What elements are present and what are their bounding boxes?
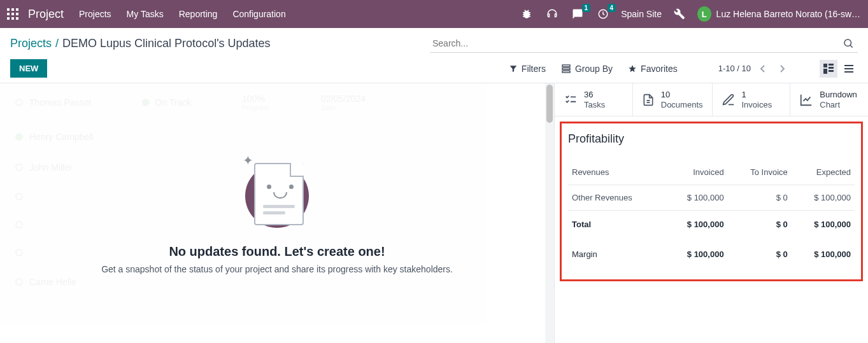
scrollbar[interactable] <box>545 83 554 343</box>
stat-tasks-label: Tasks <box>584 100 605 110</box>
invoices-icon <box>722 93 736 107</box>
profitability-table: Revenues Invoiced To Invoice Expected Ot… <box>568 160 855 267</box>
empty-subtitle: Get a snapshot of the status of your pro… <box>101 264 453 274</box>
search-bar[interactable] <box>430 34 858 53</box>
svg-rect-14 <box>823 64 827 67</box>
svg-rect-18 <box>829 70 834 72</box>
svg-rect-2 <box>16 8 18 11</box>
nav-my-tasks[interactable]: My Tasks <box>127 9 164 19</box>
search-input[interactable] <box>430 34 839 52</box>
nav-projects[interactable]: Projects <box>79 9 111 19</box>
svg-rect-17 <box>823 69 827 74</box>
documents-icon <box>642 93 655 107</box>
bug-icon[interactable] <box>519 6 534 22</box>
tools-icon[interactable] <box>672 6 687 22</box>
view-kanban[interactable] <box>820 60 837 78</box>
row-margin: Margin $ 100,000 $ 0 $ 100,000 <box>568 242 855 267</box>
group-by-label: Group By <box>575 64 613 74</box>
nav-reporting[interactable]: Reporting <box>179 9 218 19</box>
updates-pane: Thomas Passot On Track 100%Progress 02/0… <box>0 83 555 343</box>
search-icon[interactable] <box>839 38 858 49</box>
col-invoiced: Invoiced <box>664 160 727 185</box>
activity-icon[interactable]: 4 <box>595 6 611 22</box>
support-icon[interactable] <box>544 6 560 22</box>
site-switcher[interactable]: Spain Site <box>621 9 662 19</box>
row-other-revenues[interactable]: Other Revenues $ 100,000 $ 0 $ 100,000 <box>568 185 855 211</box>
empty-title: No updates found. Let's create one! <box>169 244 385 259</box>
pager-prev[interactable] <box>756 62 770 76</box>
row-total: Total $ 100,000 $ 0 $ 100,000 <box>568 211 855 242</box>
svg-rect-6 <box>7 17 10 20</box>
pager: 1-10 / 10 <box>718 62 789 76</box>
view-switcher <box>820 60 858 78</box>
svg-rect-3 <box>7 13 10 15</box>
apps-icon[interactable] <box>5 6 20 22</box>
username: Luz Helena Barreto Norato (16-sweet-b... <box>716 9 863 19</box>
svg-rect-4 <box>11 13 14 15</box>
action-row: NEW Filters Group By Favorites 1-10 / 10 <box>0 53 868 83</box>
stat-burn-label: Chart <box>820 100 857 110</box>
activity-badge: 4 <box>608 4 616 12</box>
stat-inv-num: 1 <box>742 90 772 100</box>
nav-links: Projects My Tasks Reporting Configuratio… <box>79 9 286 19</box>
breadcrumb-sep: / <box>55 37 59 50</box>
empty-state: ✦ No updates found. Let's create one! Ge… <box>0 83 554 343</box>
svg-rect-12 <box>562 67 570 69</box>
stat-documents[interactable]: 10Documents <box>633 83 713 116</box>
group-by-button[interactable]: Group By <box>561 64 613 74</box>
empty-illustration-icon: ✦ <box>239 157 315 233</box>
nav-configuration[interactable]: Configuration <box>232 9 285 19</box>
stat-boxes: 36Tasks 10Documents 1Invoices BurndownCh… <box>555 83 868 116</box>
stat-invoices[interactable]: 1Invoices <box>713 83 791 116</box>
svg-rect-15 <box>829 64 834 66</box>
pager-text: 1-10 / 10 <box>718 64 751 73</box>
header-row: Projects / DEMO Lupus Clinical Protocol'… <box>0 28 868 53</box>
breadcrumb: Projects / DEMO Lupus Clinical Protocol'… <box>10 37 271 50</box>
main-content: Thomas Passot On Track 100%Progress 02/0… <box>0 83 868 343</box>
svg-rect-7 <box>11 17 14 20</box>
profitability-panel: Profitability Revenues Invoiced To Invoi… <box>560 122 863 281</box>
svg-rect-16 <box>829 67 834 69</box>
stat-burndown[interactable]: BurndownChart <box>790 83 868 116</box>
top-navbar: Project Projects My Tasks Reporting Conf… <box>0 0 868 28</box>
svg-rect-5 <box>16 13 18 15</box>
col-revenues: Revenues <box>568 160 664 185</box>
avatar: L <box>697 6 711 22</box>
svg-point-10 <box>844 39 851 46</box>
filters-button[interactable]: Filters <box>509 64 546 74</box>
view-list[interactable] <box>840 60 858 78</box>
messaging-icon[interactable]: 1 <box>570 6 585 22</box>
breadcrumb-current: DEMO Lupus Clinical Protocol's Updates <box>62 37 271 50</box>
svg-rect-11 <box>562 65 570 67</box>
profitability-title: Profitability <box>568 132 855 146</box>
col-to-invoice: To Invoice <box>728 160 792 185</box>
stat-docs-num: 10 <box>661 90 703 100</box>
stat-tasks-num: 36 <box>584 90 605 100</box>
favorites-label: Favorites <box>641 64 678 74</box>
favorites-button[interactable]: Favorites <box>628 64 678 74</box>
svg-rect-1 <box>11 8 14 11</box>
tasks-icon <box>564 93 578 107</box>
stat-docs-label: Documents <box>661 100 703 110</box>
messaging-badge: 1 <box>582 4 591 12</box>
topbar-right: 1 4 Spain Site L Luz Helena Barreto Nora… <box>519 6 863 22</box>
breadcrumb-root[interactable]: Projects <box>10 37 52 50</box>
app-name[interactable]: Project <box>28 8 64 21</box>
col-expected: Expected <box>792 160 855 185</box>
svg-rect-0 <box>7 8 10 11</box>
stat-tasks[interactable]: 36Tasks <box>555 83 633 116</box>
pager-next[interactable] <box>775 62 789 76</box>
user-menu[interactable]: L Luz Helena Barreto Norato (16-sweet-b.… <box>697 6 863 22</box>
stat-inv-label: Invoices <box>742 100 772 110</box>
side-panel: 36Tasks 10Documents 1Invoices BurndownCh… <box>555 83 868 343</box>
filter-bar: Filters Group By Favorites 1-10 / 10 <box>509 60 858 78</box>
filters-label: Filters <box>522 64 546 74</box>
svg-rect-8 <box>16 17 18 20</box>
svg-rect-13 <box>562 71 570 73</box>
stat-burn-num: Burndown <box>820 90 857 100</box>
burndown-icon <box>799 93 813 107</box>
new-button[interactable]: NEW <box>10 59 47 78</box>
